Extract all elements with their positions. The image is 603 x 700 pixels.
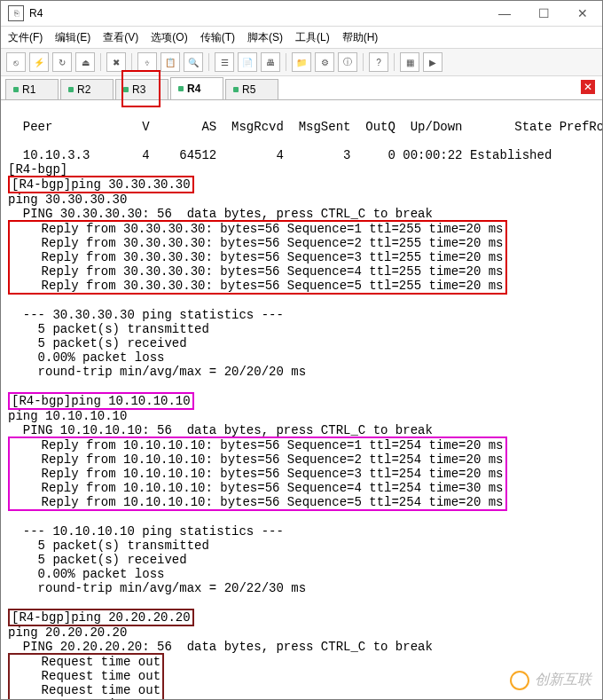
cmd-ping-30: [R4-bgp]ping 30.30.30.30: [8, 176, 194, 193]
stat-line: 5 packet(s) received: [8, 553, 187, 567]
tb-properties-icon[interactable]: ☰: [215, 52, 234, 72]
status-dot-icon: [68, 87, 74, 92]
tb-paste-icon[interactable]: 📋: [161, 52, 180, 72]
reply-block-30: Reply from 30.30.30.30: bytes=56 Sequenc…: [8, 220, 507, 295]
terminal-output[interactable]: Peer V AS MsgRcvd MsgSent OutQ Up/Down S…: [1, 100, 602, 699]
cmd-ping-20: [R4-bgp]ping 20.20.20.20: [8, 609, 194, 626]
tab-label: R1: [22, 83, 35, 96]
tb-find-icon[interactable]: 🔍: [184, 52, 203, 72]
app-icon: ⎘: [8, 5, 24, 21]
tb-reconnect-icon[interactable]: ↻: [52, 52, 72, 72]
ping-header: PING 30.30.30.30: 56 data bytes, press C…: [8, 207, 433, 221]
tb-disconnect-icon[interactable]: ⏏: [75, 52, 95, 72]
tab-close-icon[interactable]: ✕: [581, 80, 595, 94]
tb-record-icon[interactable]: ▶: [423, 52, 442, 72]
toolbar: ⎋ ⚡ ↻ ⏏ ✖ ⎀ 📋 🔍 ☰ 📄 🖶 📁 ⚙ ⓘ ? ▦ ▶: [1, 49, 602, 76]
minimize-button[interactable]: —: [485, 2, 524, 26]
window-title: R4: [29, 7, 485, 20]
menu-view[interactable]: 查看(V): [103, 30, 138, 45]
tab-r3[interactable]: R3: [115, 79, 168, 99]
watermark-text: 创新互联: [535, 673, 591, 688]
menu-options[interactable]: 选项(O): [151, 30, 187, 45]
tb-x-icon[interactable]: ✖: [106, 52, 126, 72]
menu-help[interactable]: 帮助(H): [342, 30, 379, 45]
ping-header: PING 10.10.10.10: 56 data bytes, press C…: [8, 423, 433, 437]
menu-script[interactable]: 脚本(S): [247, 30, 283, 45]
tab-r1[interactable]: R1: [5, 79, 59, 99]
tb-connect-icon[interactable]: ⎋: [6, 52, 26, 72]
tab-label: R4: [187, 83, 200, 95]
echo-line: ping 30.30.30.30: [8, 193, 127, 207]
status-dot-icon: [178, 86, 184, 91]
tab-label: R3: [132, 83, 145, 96]
menu-edit[interactable]: 编辑(E): [55, 30, 90, 45]
tab-r2[interactable]: R2: [60, 79, 114, 99]
tb-copy-icon[interactable]: ⎀: [137, 52, 157, 72]
status-dot-icon: [13, 87, 19, 92]
cmd-ping-10: [R4-bgp]ping 10.10.10.10: [8, 392, 194, 410]
tb-quick-connect-icon[interactable]: ⚡: [29, 52, 49, 72]
stat-line: round-trip min/avg/max = 20/22/30 ms: [8, 581, 306, 595]
tb-settings-icon[interactable]: ⚙: [315, 52, 334, 72]
tb-print-icon[interactable]: 🖶: [261, 52, 280, 72]
stat-line: 0.00% packet loss: [8, 350, 164, 365]
stat-line: 5 packet(s) transmitted: [8, 539, 209, 553]
tb-help-icon[interactable]: ?: [369, 52, 388, 72]
stat-line: --- 30.30.30.30 ping statistics ---: [8, 308, 284, 322]
tab-r4[interactable]: R4: [170, 77, 223, 99]
tb-script-icon[interactable]: ▦: [400, 52, 419, 72]
tab-label: R2: [77, 83, 90, 96]
menu-transfer[interactable]: 传输(T): [200, 30, 235, 45]
reply-block-20: Request time out Request time out Reques…: [8, 653, 164, 699]
menu-file[interactable]: 文件(F): [8, 30, 43, 45]
tab-label: R5: [242, 83, 255, 96]
session-tabbar: R1 R2 R3 R4 R5 ✕: [1, 76, 602, 100]
close-button[interactable]: ✕: [563, 2, 602, 26]
status-dot-icon: [123, 87, 129, 92]
stat-line: --- 10.10.10.10 ping statistics ---: [8, 524, 284, 539]
stat-line: 0.00% packet loss: [8, 567, 164, 581]
watermark-logo-icon: [510, 671, 529, 690]
tab-r5[interactable]: R5: [225, 79, 278, 99]
stat-line: 5 packet(s) received: [8, 336, 187, 350]
echo-line: ping 20.20.20.20: [8, 625, 127, 640]
tb-info-icon[interactable]: ⓘ: [338, 52, 357, 72]
stat-line: round-trip min/avg/max = 20/20/20 ms: [8, 365, 306, 379]
ping-header: PING 20.20.20.20: 56 data bytes, press C…: [8, 640, 433, 654]
titlebar: ⎘ R4 — ☐ ✕: [1, 1, 602, 27]
app-window: ⎘ R4 — ☐ ✕ 文件(F) 编辑(E) 查看(V) 选项(O) 传输(T)…: [0, 0, 603, 700]
prompt-line: [R4-bgp]: [8, 162, 67, 177]
watermark: 创新互联: [510, 671, 591, 690]
bgp-peer-row: 10.10.3.3 4 64512 4 3 0 00:00:22 Establi…: [8, 148, 602, 162]
bgp-header: Peer V AS MsgRcvd MsgSent OutQ Up/Down S…: [8, 120, 602, 134]
tb-log-icon[interactable]: 📄: [238, 52, 257, 72]
tb-folder-icon[interactable]: 📁: [292, 52, 311, 72]
status-dot-icon: [233, 87, 239, 92]
menubar: 文件(F) 编辑(E) 查看(V) 选项(O) 传输(T) 脚本(S) 工具(L…: [1, 27, 602, 49]
menu-tools[interactable]: 工具(L): [295, 30, 330, 45]
stat-line: 5 packet(s) transmitted: [8, 322, 209, 336]
reply-block-10: Reply from 10.10.10.10: bytes=56 Sequenc…: [8, 437, 507, 511]
maximize-button[interactable]: ☐: [524, 2, 563, 26]
echo-line: ping 10.10.10.10: [8, 409, 127, 423]
